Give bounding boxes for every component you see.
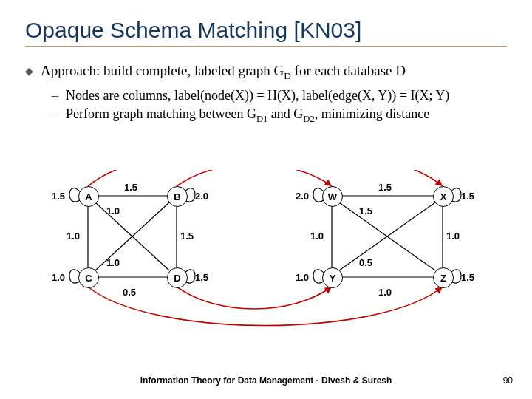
footer-text: Information Theory for Data Management -… [0, 375, 532, 386]
label-edge-xz: 1.0 [446, 231, 460, 242]
label-edge-ad: 1.0 [106, 205, 120, 216]
node-a: A [78, 186, 99, 207]
diagram: A B C D W X Y Z 1.5 1.5 2.0 1.0 1.0 1.5 … [25, 170, 505, 332]
node-x: X [433, 186, 454, 207]
bullet-main: ◆ Approach: build complete, labeled grap… [0, 60, 532, 86]
dash-icon: – [52, 88, 58, 103]
bullet-sub-2: – Perform graph matching between GD1 and… [0, 105, 532, 126]
bullet-main-text: Approach: build complete, labeled graph … [41, 63, 406, 82]
node-c: C [78, 267, 99, 288]
node-b: B [167, 186, 188, 207]
bullet-sub-2-text: Perform graph matching between GD1 and G… [66, 106, 429, 125]
label-edge-wx: 1.5 [378, 182, 392, 193]
bullet-sub-1-text: Nodes are columns, label(node(X)) = H(X)… [66, 88, 449, 103]
label-edge-yz: 1.0 [378, 287, 392, 298]
node-w: W [322, 186, 343, 207]
label-edge-bc: 1.0 [106, 257, 120, 268]
node-d: D [167, 267, 188, 288]
node-z: Z [433, 267, 454, 288]
diamond-icon: ◆ [25, 66, 33, 77]
label-edge-ac: 1.0 [66, 231, 80, 242]
label-edge-wy: 1.0 [310, 231, 324, 242]
label-loop-a: 1.5 [52, 191, 65, 202]
page-number: 90 [503, 375, 513, 386]
label-edge-cd: 0.5 [123, 287, 136, 298]
label-loop-x: 1.5 [461, 191, 474, 202]
label-edge-bd: 1.5 [180, 231, 194, 242]
label-loop-c: 1.0 [52, 272, 65, 283]
title-underline [25, 46, 507, 47]
label-loop-y: 1.0 [296, 272, 309, 283]
bullet-sub-1: – Nodes are columns, label(node(X)) = H(… [0, 86, 532, 105]
label-edge-ab: 1.5 [124, 182, 137, 193]
label-edge-xy: 0.5 [359, 257, 372, 268]
dash-icon: – [52, 106, 58, 122]
slide-title: Opaque Schema Matching [KN03] [0, 0, 532, 46]
label-edge-wz: 1.5 [359, 205, 372, 216]
label-loop-b: 2.0 [195, 191, 208, 202]
label-loop-w: 2.0 [296, 191, 309, 202]
label-loop-d: 1.5 [195, 272, 208, 283]
label-loop-z: 1.5 [461, 272, 474, 283]
node-y: Y [322, 267, 343, 288]
